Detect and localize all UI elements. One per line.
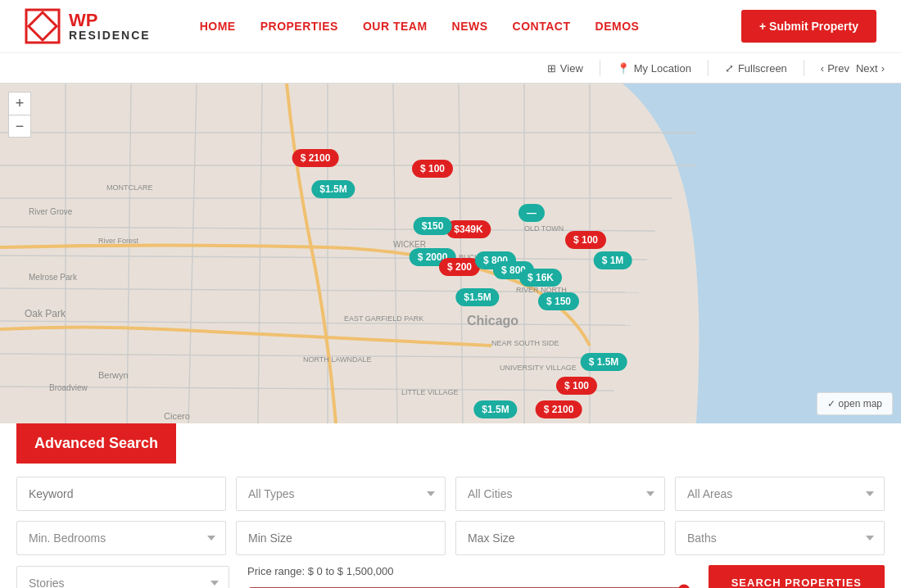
svg-text:NORTH LAWNDALE: NORTH LAWNDALE xyxy=(303,355,372,364)
prev-icon: ‹ xyxy=(821,62,824,75)
search-row-2: Min. Bedrooms Baths xyxy=(16,521,885,555)
logo[interactable]: WP RESIDENCE xyxy=(25,8,151,44)
fullscreen-button[interactable]: ⤢ Fullscreen xyxy=(725,62,787,75)
map-pin[interactable]: $ 150 xyxy=(538,292,579,310)
keyword-input[interactable] xyxy=(16,477,226,511)
search-row-3: Stories Price range: $ 0 to $ 1,500,000 … xyxy=(16,565,885,588)
nav-demos[interactable]: DEMOS xyxy=(595,20,640,33)
map-toolbar: ⊞ View 📍 My Location ⤢ Fullscreen ‹ Prev… xyxy=(0,53,901,84)
map-pin[interactable]: $1.5M xyxy=(455,288,499,306)
header: WP RESIDENCE HOME PROPERTIES OUR TEAM NE… xyxy=(0,0,901,53)
nav-news[interactable]: NEWS xyxy=(452,20,488,33)
nav-properties[interactable]: PROPERTIES xyxy=(260,20,338,33)
view-icon: ⊞ xyxy=(547,62,556,75)
svg-text:River Forest: River Forest xyxy=(98,237,139,245)
price-range-label: Price range: $ 0 to $ 1,500,000 xyxy=(247,565,690,577)
logo-wp: WP xyxy=(69,11,151,29)
prev-button[interactable]: ‹ Prev xyxy=(821,62,849,75)
my-location-button[interactable]: 📍 My Location xyxy=(617,62,691,75)
fullscreen-icon: ⤢ xyxy=(725,62,734,75)
map-pin[interactable]: $ 2100 xyxy=(536,400,582,418)
map-pin[interactable]: $ 2100 xyxy=(292,149,339,167)
logo-icon xyxy=(25,8,61,44)
view-button[interactable]: ⊞ View xyxy=(547,62,583,75)
svg-text:Melrose Park: Melrose Park xyxy=(29,273,78,282)
search-properties-button[interactable]: SEARCH PROPERTIES xyxy=(709,565,885,588)
next-button[interactable]: Next › xyxy=(856,62,885,75)
svg-marker-1 xyxy=(29,12,57,40)
map-nav: ‹ Prev Next › xyxy=(821,62,885,75)
svg-text:UNIVERSITY VILLAGE: UNIVERSITY VILLAGE xyxy=(500,364,577,372)
open-map-button[interactable]: ✓ open map xyxy=(817,392,893,415)
svg-text:MONTCLARE: MONTCLARE xyxy=(106,183,153,192)
map-pin[interactable]: $1.5M xyxy=(473,400,517,418)
all-areas-select[interactable]: All Areas xyxy=(675,477,885,511)
price-range-container: Price range: $ 0 to $ 1,500,000 xyxy=(239,565,699,588)
map-pin[interactable]: $ 1M xyxy=(594,251,632,269)
svg-text:NEAR SOUTH SIDE: NEAR SOUTH SIDE xyxy=(491,339,559,347)
advanced-search-header[interactable]: Advanced Search xyxy=(16,423,176,464)
svg-text:LITTLE VILLAGE: LITTLE VILLAGE xyxy=(401,388,459,396)
svg-text:EAST GARFIELD PARK: EAST GARFIELD PARK xyxy=(344,314,423,323)
svg-text:Oak Park: Oak Park xyxy=(25,308,66,319)
svg-text:OLD TOWN: OLD TOWN xyxy=(524,224,564,233)
map-pin[interactable]: $ 200 xyxy=(439,258,480,276)
map-pin[interactable]: $150 xyxy=(414,217,452,235)
max-size-input[interactable] xyxy=(455,521,665,555)
nav-our-team[interactable]: OUR TEAM xyxy=(363,20,428,33)
svg-text:Broadview: Broadview xyxy=(49,383,88,392)
toolbar-divider-3 xyxy=(804,60,804,76)
logo-residence: RESIDENCE xyxy=(69,29,151,41)
svg-text:Berwyn: Berwyn xyxy=(98,370,129,380)
svg-rect-0 xyxy=(26,10,59,43)
map-pin[interactable]: $ 16K xyxy=(519,269,562,287)
location-icon: 📍 xyxy=(617,62,630,75)
map-section: Oak Park Berwyn Cicero Chicago River Gro… xyxy=(0,84,901,423)
toolbar-divider-2 xyxy=(708,60,709,76)
search-row-1: All Types All Cities All Areas xyxy=(16,477,885,511)
price-range-slider[interactable] xyxy=(247,584,690,588)
nav-contact[interactable]: CONTACT xyxy=(513,20,571,33)
nav-home[interactable]: HOME xyxy=(200,20,236,33)
map-pin[interactable]: $ 1.5M xyxy=(581,353,627,371)
all-cities-select[interactable]: All Cities xyxy=(455,477,665,511)
stories-select[interactable]: Stories xyxy=(16,566,229,589)
min-size-input[interactable] xyxy=(236,521,446,555)
map-pin[interactable]: $349K xyxy=(446,220,491,238)
map-pin[interactable]: $ 100 xyxy=(412,160,453,178)
zoom-controls: + − xyxy=(8,92,31,138)
map-pin[interactable]: — xyxy=(518,204,545,222)
submit-property-button[interactable]: + Submit Property xyxy=(741,10,876,43)
search-panel: Advanced Search All Types All Cities All… xyxy=(0,423,901,588)
map-pin[interactable]: $1.5M xyxy=(311,180,355,198)
svg-text:River Grove: River Grove xyxy=(29,207,73,216)
next-icon: › xyxy=(881,62,885,75)
zoom-in-button[interactable]: + xyxy=(8,92,31,115)
zoom-out-button[interactable]: − xyxy=(8,115,31,138)
min-bedrooms-select[interactable]: Min. Bedrooms xyxy=(16,521,226,555)
map-pin[interactable]: $ 100 xyxy=(565,231,606,249)
main-nav: HOME PROPERTIES OUR TEAM NEWS CONTACT DE… xyxy=(200,20,741,33)
baths-select[interactable]: Baths xyxy=(675,521,885,555)
svg-text:Chicago: Chicago xyxy=(467,314,518,328)
all-types-select[interactable]: All Types xyxy=(236,477,446,511)
svg-text:Cicero: Cicero xyxy=(164,411,190,421)
map-pin[interactable]: $ 100 xyxy=(556,377,597,395)
toolbar-divider xyxy=(600,60,600,76)
